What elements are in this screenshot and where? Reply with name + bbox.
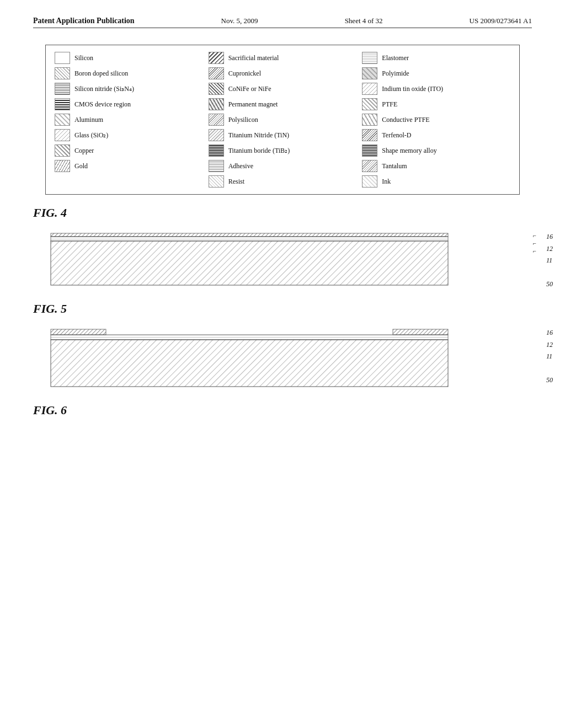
swatch-elastomer bbox=[362, 52, 377, 64]
label-cmos: CMOS device region bbox=[74, 100, 131, 109]
legend-item-conductive-ptfe: Conductive PTFE bbox=[362, 114, 510, 126]
fig5-label: FIG. 5 bbox=[33, 302, 532, 316]
swatch-gold bbox=[55, 160, 70, 172]
swatch-cupronickel bbox=[209, 67, 224, 79]
ref-50: 50 bbox=[546, 279, 553, 291]
swatch-silicon-nitride bbox=[55, 83, 70, 95]
header-left: Patent Application Publication bbox=[33, 17, 135, 25]
fig5-diagram bbox=[45, 230, 465, 296]
legend-item-aluminum: Aluminum bbox=[55, 114, 203, 126]
swatch-cmos bbox=[55, 98, 70, 110]
legend-item-gold: Gold bbox=[55, 160, 203, 172]
label-gold: Gold bbox=[74, 162, 88, 170]
legend-item-copper: Copper bbox=[55, 144, 203, 157]
ref-50b: 50 bbox=[546, 374, 553, 387]
swatch-adhesive bbox=[209, 160, 224, 172]
legend-item-silicon-nitride: Silicon nitride (Si₃N₄) bbox=[55, 83, 203, 95]
page: Patent Application Publication Nov. 5, 2… bbox=[0, 0, 565, 728]
swatch-tin bbox=[209, 129, 224, 141]
label-polyimide: Polyimide bbox=[382, 69, 409, 78]
legend-item-polyimide: Polyimide bbox=[362, 67, 510, 79]
ref-11b: 11 bbox=[546, 351, 553, 363]
swatch-copper bbox=[55, 144, 70, 157]
label-glass: Glass (SiO₂) bbox=[74, 131, 108, 140]
svg-rect-12 bbox=[393, 329, 448, 335]
legend-item-sma: Shape memory alloy bbox=[362, 144, 510, 157]
svg-rect-10 bbox=[51, 335, 448, 340]
swatch-resist bbox=[209, 175, 224, 188]
svg-rect-11 bbox=[51, 329, 106, 335]
fig5-refs: 16 12 11 50 bbox=[546, 231, 553, 291]
swatch-sacrificial bbox=[209, 52, 224, 64]
legend-item-conife: CoNiFe or NiFe bbox=[209, 83, 357, 95]
label-boron-silicon: Boron doped silicon bbox=[74, 69, 128, 78]
swatch-ptfe bbox=[362, 98, 377, 110]
fig6-diagram bbox=[45, 326, 465, 398]
legend-item-tin: Titanium Nitride (TiN) bbox=[209, 129, 357, 141]
legend-item-boron-silicon: Boron doped silicon bbox=[55, 67, 203, 79]
svg-rect-9 bbox=[51, 340, 448, 387]
legend-box: Silicon Sacrificial material Elastomer B… bbox=[45, 45, 520, 195]
legend-grid: Silicon Sacrificial material Elastomer B… bbox=[55, 52, 510, 188]
label-copper: Copper bbox=[74, 147, 94, 155]
page-header: Patent Application Publication Nov. 5, 2… bbox=[33, 17, 532, 28]
label-tantalum: Tantalum bbox=[382, 162, 407, 170]
swatch-conife bbox=[209, 83, 224, 95]
legend-item-polysilicon: Polysilicon bbox=[209, 114, 357, 126]
label-silicon-nitride: Silicon nitride (Si₃N₄) bbox=[74, 85, 134, 93]
ref-16: 16 bbox=[546, 231, 553, 243]
legend-item-resist: Resist bbox=[209, 175, 357, 188]
swatch-terfenol bbox=[362, 129, 377, 141]
label-cupronickel: Cupronickel bbox=[228, 69, 261, 78]
header-sheet: Sheet 4 of 32 bbox=[345, 17, 383, 25]
legend-item-ink: Ink bbox=[362, 175, 510, 188]
legend-item-cupronickel: Cupronickel bbox=[209, 67, 357, 79]
label-ptfe: PTFE bbox=[382, 100, 397, 109]
legend-item-tib2: Titanium boride (TiB₂) bbox=[209, 144, 357, 157]
swatch-conductive-ptfe bbox=[362, 114, 377, 126]
swatch-glass bbox=[55, 129, 70, 141]
swatch-sma bbox=[362, 144, 377, 157]
label-tib2: Titanium boride (TiB₂) bbox=[228, 147, 290, 155]
swatch-polyimide bbox=[362, 67, 377, 79]
legend-item-sacrificial: Sacrificial material bbox=[209, 52, 357, 64]
legend-item-empty1 bbox=[55, 175, 203, 188]
swatch-tantalum bbox=[362, 160, 377, 172]
legend-item-elastomer: Elastomer bbox=[362, 52, 510, 64]
label-permag: Permanent magnet bbox=[228, 100, 278, 109]
legend-item-silicon: Silicon bbox=[55, 52, 203, 64]
legend-item-terfenol: Terfenol-D bbox=[362, 129, 510, 141]
swatch-boron-silicon bbox=[55, 67, 70, 79]
label-ink: Ink bbox=[382, 178, 391, 186]
header-patent: US 2009/0273641 A1 bbox=[470, 17, 532, 25]
svg-rect-5 bbox=[51, 233, 448, 237]
legend-item-tantalum: Tantalum bbox=[362, 160, 510, 172]
label-tin: Titanium Nitride (TiN) bbox=[228, 131, 289, 140]
swatch-polysilicon bbox=[209, 114, 224, 126]
label-adhesive: Adhesive bbox=[228, 162, 253, 170]
ref-12b: 12 bbox=[546, 339, 553, 351]
swatch-aluminum bbox=[55, 114, 70, 126]
label-ito: Indium tin oxide (ITO) bbox=[382, 85, 443, 93]
swatch-ito bbox=[362, 83, 377, 95]
swatch-tib2 bbox=[209, 144, 224, 157]
legend-item-adhesive: Adhesive bbox=[209, 160, 357, 172]
label-conductive-ptfe: Conductive PTFE bbox=[382, 116, 429, 124]
ref-16b: 16 bbox=[546, 327, 553, 339]
header-date: Nov. 5, 2009 bbox=[221, 17, 258, 25]
label-polysilicon: Polysilicon bbox=[228, 116, 258, 124]
legend-item-ptfe: PTFE bbox=[362, 98, 510, 110]
legend-item-glass: Glass (SiO₂) bbox=[55, 129, 203, 141]
label-silicon: Silicon bbox=[74, 54, 93, 62]
legend-item-cmos: CMOS device region bbox=[55, 98, 203, 110]
label-terfenol: Terfenol-D bbox=[382, 131, 411, 140]
fig5-arrows: ⌐ ⌐ ⌐ bbox=[533, 232, 536, 255]
ref-12: 12 bbox=[546, 243, 553, 255]
legend-item-ito: Indium tin oxide (ITO) bbox=[362, 83, 510, 95]
fig4-label: FIG. 4 bbox=[33, 206, 532, 220]
label-sacrificial: Sacrificial material bbox=[228, 54, 279, 62]
label-resist: Resist bbox=[228, 178, 244, 186]
fig6-container: 16 12 11 50 bbox=[45, 326, 520, 398]
swatch-ink bbox=[362, 175, 377, 188]
fig5-container: 16 12 11 50 ⌐ ⌐ ⌐ bbox=[45, 230, 520, 296]
